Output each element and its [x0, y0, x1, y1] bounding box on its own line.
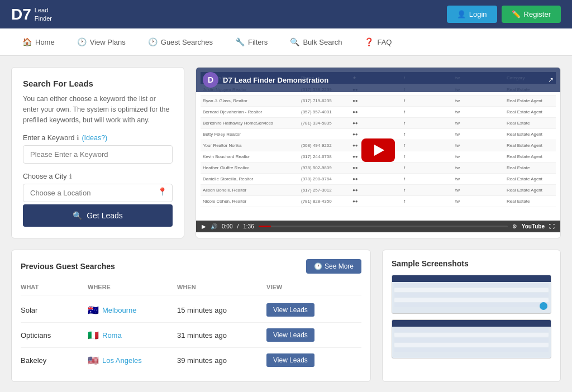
video-controls: ▶ 🔊 0:00 / 1:36 ⚙ YouTube ⛶ [196, 221, 560, 232]
row-what-2: Bakeley [21, 356, 88, 365]
city-input[interactable] [23, 184, 173, 202]
thumb-row [394, 303, 549, 307]
search-row: Bakeley 🇺🇸 Los Angeles 39 minutes ago Vi… [21, 348, 361, 372]
row-where-2: 🇺🇸 Los Angeles [88, 355, 177, 366]
view-leads-button-0[interactable]: View Leads [266, 303, 314, 317]
clock-icon-searches: 🕐 [148, 37, 158, 46]
table-headers: WHAT WHERE WHEN VIEW [21, 281, 361, 295]
row-where-0: 🇦🇺 Melbourne [88, 305, 177, 315]
youtube-logo: YouTube [522, 223, 545, 230]
play-triangle-icon [374, 145, 384, 156]
search-row: Opticians 🇮🇹 Roma 31 minutes ago View Le… [21, 323, 361, 348]
fullscreen-icon[interactable]: ⛶ [549, 223, 555, 230]
clock-icon-plans: 🕐 [77, 37, 87, 46]
row-view-1: View Leads [266, 328, 322, 342]
nav-view-plans-label: View Plans [90, 38, 126, 46]
view-leads-button-2[interactable]: View Leads [266, 353, 314, 367]
ideas-link[interactable]: (Ideas?) [82, 134, 107, 142]
keyword-input[interactable] [23, 145, 173, 164]
thumb-row [394, 283, 549, 287]
thumb-row [394, 348, 549, 352]
nav-faq-label: FAQ [377, 38, 392, 46]
thumb-header-2 [392, 320, 551, 327]
nav-filters-label: Filters [248, 38, 268, 46]
time-total: 1:36 [243, 223, 254, 230]
flag-2: 🇺🇸 [88, 355, 99, 366]
search-row: Solar 🇦🇺 Melbourne 15 minutes ago View L… [21, 298, 361, 323]
play-icon-ctrl[interactable]: ▶ [202, 223, 206, 230]
row-what-0: Solar [21, 306, 88, 314]
header: D7 Lead Finder 👤 Login ✏️ Register [0, 0, 572, 28]
thumb-row [394, 343, 549, 347]
main-content: Search For Leads You can either choose a… [0, 56, 572, 250]
search-card-description: You can either choose a keyword the list… [23, 94, 173, 125]
location-pin-icon: 📍 [158, 187, 167, 196]
video-placeholder[interactable]: Business Name Phone ★ f tw Category Just… [196, 68, 560, 232]
thumb-header-1 [392, 275, 551, 282]
volume-icon[interactable]: 🔊 [211, 223, 217, 230]
play-button[interactable] [361, 138, 395, 162]
thumb-rows-1 [392, 282, 551, 309]
thumb-row [394, 328, 549, 332]
city-label: Choose a City ℹ [23, 173, 173, 180]
flag-1: 🇮🇹 [88, 330, 99, 341]
search-icon-nav: 🔍 [290, 37, 299, 46]
filter-icon: 🔧 [235, 37, 245, 46]
time-separator: / [237, 223, 239, 230]
search-icon-btn: 🔍 [73, 211, 82, 220]
clock-icon-see-more: 🕐 [314, 262, 322, 270]
navigation: 🏠 Home 🕐 View Plans 🕐 Guest Searches 🔧 F… [0, 28, 572, 56]
login-icon: 👤 [457, 10, 466, 18]
location-wrapper: 📍 [23, 184, 173, 202]
nav-guest-searches-label: Guest Searches [161, 38, 213, 46]
nav-home[interactable]: 🏠 Home [11, 28, 66, 55]
col-what: WHAT [21, 284, 88, 290]
thumb-row [394, 333, 549, 337]
col-when: WHEN [177, 284, 266, 290]
row-view-0: View Leads [266, 303, 322, 317]
logo-d7: D7 [11, 7, 31, 22]
nav-home-label: Home [35, 38, 55, 46]
see-more-button[interactable]: 🕐 See More [306, 259, 361, 274]
row-when-1: 31 minutes ago [177, 331, 266, 340]
get-leads-button[interactable]: 🔍 Get Leads [23, 204, 173, 227]
row-when-2: 39 minutes ago [177, 356, 266, 365]
settings-icon[interactable]: ⚙ [512, 223, 517, 230]
prev-searches-card: Previous Guest Searches 🕐 See More WHAT … [11, 250, 371, 382]
sample-screenshots-card: Sample Screenshots [382, 250, 561, 382]
video-card: Business Name Phone ★ f tw Category Just… [196, 67, 561, 238]
sample-screenshots-title: Sample Screenshots [392, 259, 551, 268]
col-view: VIEW [266, 284, 322, 290]
search-card: Search For Leads You can either choose a… [11, 67, 184, 238]
logo-text: Lead Finder [35, 6, 52, 22]
login-button[interactable]: 👤 Login [447, 6, 497, 23]
progress-bar[interactable] [259, 226, 508, 227]
thumb-row [394, 338, 549, 342]
nav-bulk-search[interactable]: 🔍 Bulk Search [279, 28, 353, 55]
video-overlay [196, 68, 560, 232]
header-buttons: 👤 Login ✏️ Register [447, 6, 561, 23]
flag-0: 🇦🇺 [88, 305, 99, 315]
thumb-row [394, 298, 549, 302]
nav-view-plans[interactable]: 🕐 View Plans [66, 28, 137, 55]
row-what-1: Opticians [21, 331, 88, 340]
view-leads-button-1[interactable]: View Leads [266, 328, 314, 342]
row-view-2: View Leads [266, 353, 322, 367]
row-when-0: 15 minutes ago [177, 306, 266, 314]
info-icon-keyword: ℹ [77, 134, 79, 142]
nav-faq[interactable]: ❓ FAQ [353, 28, 403, 55]
screenshot-thumb-2 [392, 319, 551, 358]
screenshot-thumb-1 [392, 275, 551, 314]
thumb-row [394, 288, 549, 292]
thumb-row [394, 293, 549, 297]
nav-guest-searches[interactable]: 🕐 Guest Searches [137, 28, 224, 55]
register-button[interactable]: ✏️ Register [502, 6, 561, 23]
register-icon: ✏️ [512, 10, 521, 18]
thumb-rows-2 [392, 327, 551, 354]
time-current: 0:00 [222, 223, 232, 230]
info-icon-city: ℹ [69, 173, 72, 180]
nav-filters[interactable]: 🔧 Filters [224, 28, 279, 55]
nav-bulk-search-label: Bulk Search [303, 38, 342, 46]
logo: D7 Lead Finder [11, 6, 52, 22]
col-where: WHERE [88, 284, 177, 290]
